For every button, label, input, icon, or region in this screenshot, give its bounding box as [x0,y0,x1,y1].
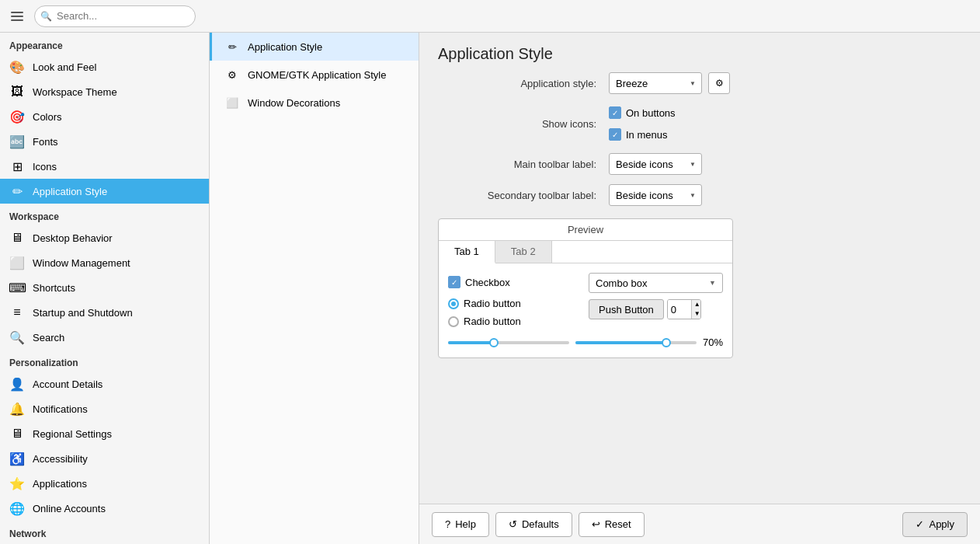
sidebar-item-label-workspace-theme: Workspace Theme [33,86,117,98]
application-style-adjust-button[interactable]: ⚙ [708,72,730,94]
application-style-select[interactable]: Breeze [609,72,702,94]
sidebar-item-desktop-behavior[interactable]: 🖥Desktop Behavior [0,225,209,250]
svg-rect-2 [11,19,23,21]
main-toolbar-label: Main toolbar label: [438,159,609,170]
application-style-label: Application style: [438,78,609,89]
sidebar-item-notifications[interactable]: 🔔Notifications [0,396,209,421]
preview-push-button[interactable]: Push Button [589,299,664,319]
search-input[interactable] [34,5,196,27]
sidebar-item-label-search: Search [33,332,64,343]
secondary-toolbar-select[interactable]: Beside icons [609,184,702,206]
sidebar-item-online-accounts[interactable]: 🌐Online Accounts [0,496,209,521]
in-menus-checkbox[interactable]: ✓ [609,128,621,141]
preview-combo[interactable]: Combo box ▼ [589,273,723,293]
search-icon: 🔍 [9,330,25,345]
spinbox-down-button[interactable]: ▼ [692,309,701,319]
sidebar-item-icons[interactable]: ⊞Icons [0,154,209,179]
workspace-theme-icon: 🖼 [9,84,25,99]
sidebar-item-fonts[interactable]: 🔤Fonts [0,129,209,154]
sidebar-item-window-management[interactable]: ⬜Window Management [0,250,209,275]
sidebar: Appearance🎨Look and Feel🖼Workspace Theme… [0,33,210,544]
slider1-thumb[interactable] [489,338,499,347]
application-style-icon: ✏ [9,183,25,199]
spinbox-arrows: ▲ ▼ [691,300,701,319]
main-toolbar-select[interactable]: Beside icons [609,153,702,175]
reset-label: Reset [605,518,631,530]
preview-checkbox-row: ✓ Checkbox [448,276,582,288]
help-button[interactable]: ? Help [432,512,489,537]
svg-rect-1 [11,16,23,17]
center-panel-item-gnome-gtk[interactable]: ⚙GNOME/GTK Application Style [210,61,419,89]
main-content: Appearance🎨Look and Feel🖼Workspace Theme… [0,33,980,544]
application-style-row: Application style: Breeze ⚙ [438,72,961,94]
look-and-feel-icon: 🎨 [9,59,25,75]
sidebar-item-label-accessibility: Accessibility [33,453,88,465]
preview-grid: ✓ Checkbox Radio button Radio button [448,273,723,348]
startup-shutdown-icon: ≡ [9,305,25,320]
top-bar: 🔍 [0,0,980,33]
application-style-select-wrapper: Breeze [609,72,702,94]
spinbox-input[interactable] [668,300,691,319]
apply-label: Apply [929,518,954,530]
bottom-bar: ? Help ↺ Defaults ↩ Reset ✓ Apply [419,504,980,544]
sidebar-item-shortcuts[interactable]: ⌨Shortcuts [0,275,209,300]
defaults-label: Defaults [522,518,559,530]
slider2-thumb[interactable] [662,338,671,347]
sidebar-item-workspace-theme[interactable]: 🖼Workspace Theme [0,79,209,104]
sidebar-item-search[interactable]: 🔍Search [0,325,209,350]
show-icons-row: Show icons: ✓ On buttons ✓ In menus [438,103,961,144]
sidebar-item-startup-shutdown[interactable]: ≡Startup and Shutdown [0,300,209,325]
center-panel-icon-application-style: ✏ [224,39,240,54]
in-menus-row: ✓ In menus [609,128,676,141]
center-panel-icon-gnome-gtk: ⚙ [224,67,240,82]
preview-tab-1[interactable]: Tab 1 [439,241,495,263]
defaults-icon: ↺ [509,518,517,530]
sidebar-section-network: Network [0,521,209,542]
preview-spinbox[interactable]: ▲ ▼ [667,299,701,319]
slider1-track [448,341,569,344]
sidebar-item-look-and-feel[interactable]: 🎨Look and Feel [0,54,209,79]
preview-tab-2[interactable]: Tab 2 [495,241,552,263]
sidebar-item-applications[interactable]: ⭐Applications [0,471,209,496]
reset-button[interactable]: ↩ Reset [579,512,645,537]
regional-settings-icon: 🖥 [9,426,25,441]
applications-icon: ⭐ [9,476,25,491]
sidebar-section-workspace: Workspace [0,204,209,225]
preview-radio1[interactable] [448,298,459,309]
center-panel-item-application-style[interactable]: ✏Application Style [210,33,419,61]
sidebar-item-label-startup-shutdown: Startup and Shutdown [33,307,133,319]
preview-radio1-label: Radio button [464,298,521,309]
application-style-control: Breeze ⚙ [609,72,730,94]
sidebar-item-account-details[interactable]: 👤Account Details [0,371,209,396]
sidebar-item-colors[interactable]: 🎯Colors [0,104,209,129]
defaults-button[interactable]: ↺ Defaults [495,512,572,537]
apply-button[interactable]: ✓ Apply [902,512,968,537]
reset-icon: ↩ [592,518,600,530]
center-panel-item-window-decorations[interactable]: ⬜Window Decorations [210,89,419,117]
sidebar-section-personalization: Personalization [0,350,209,371]
combo-arrow-icon: ▼ [709,279,716,287]
sidebar-item-regional-settings[interactable]: 🖥Regional Settings [0,421,209,446]
main-toolbar-control: Beside icons [609,153,702,175]
hamburger-button[interactable] [6,5,28,27]
colors-icon: 🎯 [9,109,25,124]
sidebar-item-label-shortcuts: Shortcuts [33,282,75,294]
preview-checkbox[interactable]: ✓ [448,276,460,288]
preview-radio1-row: Radio button [448,298,582,309]
window-management-icon: ⬜ [9,255,25,270]
sidebar-item-label-application-style: Application Style [33,186,107,197]
sidebar-item-label-icons: Icons [33,161,57,173]
on-buttons-checkbox[interactable]: ✓ [609,106,621,119]
sidebar-item-accessibility[interactable]: ♿Accessibility [0,446,209,471]
help-label: Help [455,518,476,530]
preview-radio2[interactable] [448,316,459,327]
sidebar-item-label-colors: Colors [33,111,62,123]
fonts-icon: 🔤 [9,134,25,149]
center-panel-label-gnome-gtk: GNOME/GTK Application Style [248,69,386,81]
sidebar-item-label-online-accounts: Online Accounts [33,503,106,514]
spinbox-up-button[interactable]: ▲ [692,300,701,309]
slider2-track [575,341,697,344]
sidebar-item-application-style[interactable]: ✏Application Style [0,179,209,204]
sidebar-item-label-applications: Applications [33,478,87,490]
on-buttons-row: ✓ On buttons [609,106,676,119]
